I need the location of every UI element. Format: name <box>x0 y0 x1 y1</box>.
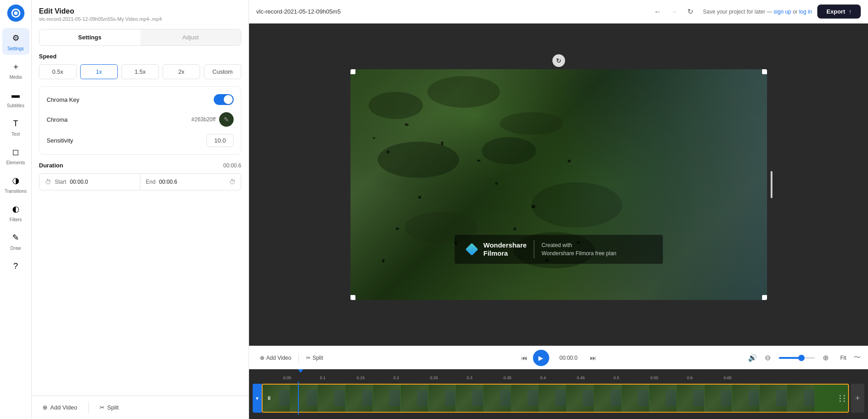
add-video-timeline-button[interactable]: ⊕ Add Video <box>256 352 295 364</box>
start-label: Start <box>55 179 66 185</box>
ruler-mark-1: 0.1 <box>320 376 326 380</box>
speed-btn-0.5x[interactable]: 0.5x <box>39 64 77 79</box>
end-value[interactable]: 00:00.6 <box>159 179 225 185</box>
clock-icon-start: ⏱ <box>45 178 51 186</box>
track-start-marker: ▼ <box>253 384 262 413</box>
chroma-key-label: Chroma Key <box>47 96 79 103</box>
tab-adjust[interactable]: Adjust <box>140 29 241 45</box>
clip-frame-9 <box>511 385 538 412</box>
sidebar-item-transitions[interactable]: ◑ Transitions <box>2 171 29 197</box>
ruler-mark-8: 0.45 <box>577 376 585 380</box>
right-scrollbar[interactable] <box>771 171 772 198</box>
waveform-icon[interactable]: 〜 <box>854 353 861 362</box>
sidebar-item-media[interactable]: ＋ Media <box>2 57 29 83</box>
ruler-mark-12: 0.65 <box>724 376 732 380</box>
export-button[interactable]: Export ↑ <box>817 5 861 19</box>
speed-label: Speed <box>39 53 241 60</box>
sidebar-item-elements[interactable]: ◻ Elements <box>2 142 29 169</box>
add-video-button[interactable]: ⊕ Add Video <box>39 401 81 414</box>
chroma-key-row: Chroma Key <box>47 94 234 105</box>
corner-handle-br[interactable] <box>762 295 767 300</box>
split-timeline-label: Split <box>312 355 323 361</box>
zoom-out-button[interactable]: ⊖ <box>761 351 775 365</box>
log-in-link[interactable]: log in <box>799 9 812 15</box>
zoom-in-button[interactable]: ⊕ <box>819 351 833 365</box>
color-swatch[interactable]: ✎ <box>219 112 234 127</box>
fit-button[interactable]: Fit <box>837 353 850 363</box>
split-button[interactable]: ✂ Split <box>96 401 122 414</box>
sidebar-item-text[interactable]: T Text <box>2 114 29 140</box>
sidebar-item-draw[interactable]: ✎ Draw <box>2 228 29 254</box>
watermark: WondershareFilmora Created with Wondersh… <box>455 235 663 264</box>
eyedropper-icon: ✎ <box>224 116 229 123</box>
undo-button[interactable]: ← <box>651 5 665 19</box>
left-panel: Edit Video vlc-record-2021-05-12-09h05m5… <box>32 0 249 419</box>
toggle-knob <box>224 95 233 104</box>
panel-title: Edit Video <box>39 7 241 15</box>
sensitivity-row: Sensitivity 10.0 <box>47 134 234 147</box>
corner-handle-bl[interactable] <box>350 295 355 300</box>
video-frame-wrapper: WondershareFilmora Created with Wondersh… <box>350 69 767 300</box>
svg-rect-11 <box>373 137 375 139</box>
watermark-brand: WondershareFilmora <box>484 241 527 257</box>
refresh-button[interactable]: ↻ <box>683 5 698 19</box>
sidebar-item-settings[interactable]: ⚙ Settings <box>2 28 29 55</box>
watermark-logo: WondershareFilmora <box>464 241 527 257</box>
playhead-line <box>298 382 299 414</box>
ruler-mark-5: 0.3 <box>467 376 473 380</box>
zoom-slider[interactable] <box>779 357 815 359</box>
tab-settings[interactable]: Settings <box>39 29 140 45</box>
sidebar-item-help[interactable]: ? <box>2 256 29 276</box>
speed-btn-1x[interactable]: 1x <box>80 64 118 79</box>
settings-icon: ⚙ <box>10 32 22 44</box>
clip-frame-19 <box>787 385 815 412</box>
svg-rect-12 <box>387 151 389 153</box>
sign-up-link[interactable]: sign up <box>774 9 791 15</box>
video-frame: WondershareFilmora Created with Wondersh… <box>350 69 767 300</box>
chroma-effect <box>350 69 767 300</box>
play-button[interactable]: ▶ <box>533 350 549 366</box>
ruler-marks-container: 0.05 0.1 0.15 0.2 0.25 0.3 0.35 0.4 0.45… <box>253 369 864 382</box>
sidebar-item-filters[interactable]: ◐ Filters <box>2 199 29 226</box>
help-icon: ? <box>10 260 22 272</box>
chroma-key-toggle[interactable] <box>214 94 234 105</box>
corner-handle-tl[interactable] <box>350 69 355 74</box>
watermark-divider <box>534 240 534 258</box>
clip-frames <box>263 385 848 412</box>
chroma-label: Chroma <box>47 116 67 123</box>
text-icon: T <box>10 117 22 130</box>
svg-rect-16 <box>418 196 421 199</box>
track-resize-handle-2[interactable] <box>841 385 847 412</box>
redo-button[interactable]: → <box>667 5 681 19</box>
svg-rect-22 <box>513 228 516 230</box>
timeline-track-0: ▼ <box>253 384 864 413</box>
svg-rect-24 <box>382 259 384 262</box>
video-refresh-button[interactable]: ↻ <box>552 54 565 67</box>
skip-forward-button[interactable]: ⏭ <box>588 352 598 363</box>
speed-btn-custom[interactable]: Custom <box>204 64 241 79</box>
clip-frame-6 <box>428 385 456 412</box>
speed-btn-1.5x[interactable]: 1.5x <box>121 64 159 79</box>
track-pause-icon: ⏸ <box>266 395 272 401</box>
svg-rect-13 <box>405 124 408 126</box>
speed-btn-2x[interactable]: 2x <box>163 64 200 79</box>
corner-handle-tr[interactable] <box>762 69 767 74</box>
start-value[interactable]: 00:00.0 <box>70 179 134 185</box>
tab-group: Settings Adjust <box>39 29 241 46</box>
sensitivity-value[interactable]: 10.0 <box>206 134 234 147</box>
track-add-button[interactable]: + <box>851 384 864 413</box>
export-icon: ↑ <box>849 8 852 15</box>
track-clip[interactable]: ⏸ <box>262 384 849 413</box>
skip-back-button[interactable]: ⏮ <box>519 352 529 363</box>
split-timeline-button[interactable]: ✂ Split <box>302 352 326 364</box>
clip-frame-7 <box>456 385 483 412</box>
file-name: vlc-record-2021-05-12-09h05m5 <box>256 8 645 15</box>
start-field: ⏱ Start 00:00.0 <box>39 174 140 190</box>
transitions-icon: ◑ <box>10 174 22 187</box>
duration-label: Duration <box>39 162 63 169</box>
speed-section: Speed 0.5x 1x 1.5x 2x Custom <box>32 53 249 86</box>
volume-icon[interactable]: 🔊 <box>748 353 757 362</box>
sidebar-item-subtitles[interactable]: ▬ Subtitles <box>2 85 29 112</box>
clip-frame-3 <box>345 385 373 412</box>
panel-header: Edit Video vlc-record-2021-05-12-09h05m5… <box>32 0 249 25</box>
